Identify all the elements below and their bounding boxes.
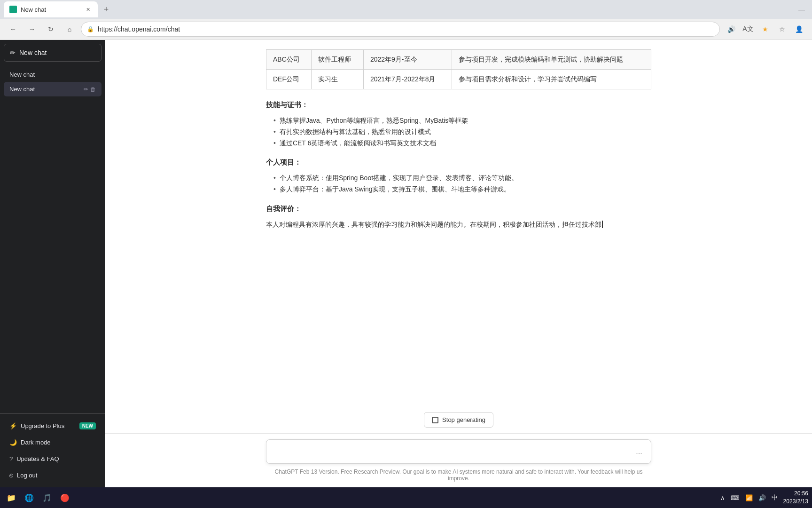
forward-button[interactable]: →	[24, 22, 39, 37]
files-icon: 📁	[7, 493, 16, 502]
app-icon: 🔴	[60, 493, 70, 502]
favorites-icon[interactable]: ★	[757, 22, 773, 37]
edit-icon[interactable]: ✏	[84, 86, 88, 93]
sidebar-updates-button[interactable]: ? Updates & FAQ	[4, 451, 102, 467]
dark-mode-icon: 🌙	[9, 439, 17, 446]
browser-tab[interactable]: New chat ✕	[4, 1, 98, 17]
back-button[interactable]: ←	[6, 22, 21, 37]
updates-icon: ?	[9, 455, 13, 462]
project-2: 多人博弈平台：基于Java Swing实现，支持五子棋、围棋、斗地主等多种游戏。	[280, 184, 511, 195]
sidebar-darkmode-button[interactable]: 🌙 Dark mode	[4, 434, 102, 451]
footer-text: ChatGPT Feb 13 Version. Free Research Pr…	[266, 466, 651, 484]
projects-list: 个人博客系统：使用Spring Boot搭建，实现了用户登录、发表博客、评论等功…	[266, 173, 651, 195]
lock-icon: 🔒	[87, 26, 94, 32]
cursor	[602, 221, 603, 228]
sidebar-logout-button[interactable]: ⎋ Log out	[4, 467, 102, 484]
skill-2: 有扎实的数据结构与算法基础，熟悉常用的设计模式	[280, 127, 431, 138]
url-text: https://chat.openai.com/chat	[98, 25, 714, 33]
list-item: 有扎实的数据结构与算法基础，熟悉常用的设计模式	[266, 127, 651, 138]
new-tab-button[interactable]: +	[100, 3, 113, 16]
tray-lang-icon[interactable]: 中	[770, 492, 780, 503]
desc-cell: 参与项目需求分析和设计，学习并尝试代码编写	[452, 70, 651, 89]
sidebar-upgrade-button[interactable]: ⚡ Upgrade to Plus NEW	[4, 418, 102, 434]
chat-area: ABC公司 软件工程师 2022年9月-至今 参与项目开发，完成模块编码和单元测…	[105, 40, 812, 406]
input-more-button[interactable]: ···	[632, 447, 646, 460]
sidebar-conversations: New chat New chat ✏ 🗑	[0, 65, 105, 413]
profile-icon[interactable]: 👤	[791, 22, 806, 37]
project-1: 个人博客系统：使用Spring Boot搭建，实现了用户登录、发表博客、评论等功…	[280, 173, 518, 184]
taskbar-start: 📁 🌐 🎵 🔴	[4, 490, 72, 505]
more-icon: ···	[636, 449, 642, 458]
self-eval-text: 本人对编程具有浓厚的兴趣，具有较强的学习能力和解决问题的能力。在校期间，积极参加…	[266, 219, 651, 230]
toolbar-icons: 🔊 A文 ★ ☆ 👤	[724, 22, 806, 37]
tray-network-icon[interactable]: 📶	[743, 493, 755, 502]
logout-label: Log out	[17, 472, 37, 479]
stop-btn-container: Stop generating	[105, 406, 812, 433]
tray-volume-icon[interactable]: 🔊	[757, 493, 768, 502]
home-button[interactable]: ⌂	[62, 22, 77, 37]
new-chat-button[interactable]: ✏ New chat	[4, 44, 102, 62]
skills-title: 技能与证书：	[266, 101, 651, 110]
stop-label: Stop generating	[442, 416, 485, 423]
taskbar-files-icon[interactable]: 📁	[4, 490, 19, 505]
address-bar: ← → ↻ ⌂ 🔒 https://chat.openai.com/chat 🔊…	[0, 19, 812, 40]
desc-cell: 参与项目开发，完成模块编码和单元测试，协助解决问题	[452, 50, 651, 70]
sidebar-chat1-label: New chat	[9, 71, 96, 78]
skills-list: 熟练掌握Java、Python等编程语言，熟悉Spring、MyBatis等框架…	[266, 115, 651, 149]
collections-icon[interactable]: ☆	[774, 22, 789, 37]
read-aloud-icon[interactable]: 🔊	[724, 22, 739, 37]
skill-1: 熟练掌握Java、Python等编程语言，熟悉Spring、MyBatis等框架	[280, 115, 468, 127]
sidebar-chat2-icons: ✏ 🗑	[84, 86, 96, 93]
tray-expand-icon[interactable]: ∧	[718, 493, 727, 502]
taskbar-music-icon[interactable]: 🎵	[39, 490, 55, 505]
new-chat-icon: ✏	[10, 49, 16, 56]
translate-icon[interactable]: A文	[741, 22, 756, 37]
sidebar-item-chat1[interactable]: New chat	[4, 67, 102, 82]
content-block: ABC公司 软件工程师 2022年9月-至今 参与项目开发，完成模块编码和单元测…	[247, 40, 670, 240]
taskbar-app-icon[interactable]: 🔴	[57, 490, 72, 505]
period-cell: 2021年7月-2022年8月	[363, 70, 452, 89]
taskbar-browser-icon[interactable]: 🌐	[22, 490, 37, 505]
self-eval-content: 本人对编程具有浓厚的兴趣，具有较强的学习能力和解决问题的能力。在校期间，积极参加…	[266, 221, 601, 228]
chat-input[interactable]	[266, 439, 651, 464]
tray-icons: ∧ ⌨ 📶 🔊 中	[718, 492, 780, 503]
new-chat-label: New chat	[19, 49, 47, 56]
tab-bar: New chat ✕ + —	[0, 0, 812, 19]
company-cell: ABC公司	[266, 50, 312, 70]
music-icon: 🎵	[42, 493, 52, 502]
position-cell: 实习生	[312, 70, 364, 89]
skill-3: 通过CET 6英语考试，能流畅阅读和书写英文技术文档	[280, 138, 436, 149]
darkmode-label: Dark mode	[21, 439, 51, 446]
self-eval-title: 自我评价：	[266, 205, 651, 214]
list-item: 个人博客系统：使用Spring Boot搭建，实现了用户登录、发表博客、评论等功…	[266, 173, 651, 184]
tray-time: 20:56	[783, 490, 808, 498]
stop-icon	[432, 417, 438, 423]
refresh-button[interactable]: ↻	[43, 22, 58, 37]
taskbar-tray: ∧ ⌨ 📶 🔊 中 20:56 2023/2/13	[718, 490, 808, 506]
main-content: ABC公司 软件工程师 2022年9月-至今 参与项目开发，完成模块编码和单元测…	[105, 40, 812, 487]
list-item: 熟练掌握Java、Python等编程语言，熟悉Spring、MyBatis等框架	[266, 115, 651, 127]
app-layout: ✏ New chat New chat New chat ✏ 🗑 ⚡ Upgra…	[0, 40, 812, 487]
upgrade-label: Upgrade to Plus	[21, 422, 64, 429]
input-box: ···	[266, 439, 651, 466]
upgrade-icon: ⚡	[9, 422, 17, 429]
new-badge: NEW	[79, 422, 96, 429]
sidebar-chat2-label: New chat	[9, 86, 82, 93]
resume-table: ABC公司 软件工程师 2022年9月-至今 参与项目开发，完成模块编码和单元测…	[266, 49, 651, 89]
tab-favicon	[9, 6, 17, 13]
tab-close-button[interactable]: ✕	[84, 5, 92, 14]
logout-icon: ⎋	[9, 472, 13, 479]
minimize-button[interactable]: —	[795, 3, 808, 16]
browser-icon: 🌐	[24, 493, 34, 502]
stop-generating-button[interactable]: Stop generating	[424, 412, 493, 428]
tray-keyboard-icon[interactable]: ⌨	[729, 493, 742, 502]
url-bar[interactable]: 🔒 https://chat.openai.com/chat	[81, 22, 720, 37]
input-area: ··· ChatGPT Feb 13 Version. Free Researc…	[105, 433, 812, 487]
browser-chrome: New chat ✕ + — ← → ↻ ⌂ 🔒 https://chat.op…	[0, 0, 812, 40]
tray-date: 2023/2/13	[783, 498, 808, 506]
tray-clock[interactable]: 20:56 2023/2/13	[783, 490, 808, 506]
delete-icon[interactable]: 🗑	[90, 86, 96, 93]
sidebar-bottom: ⚡ Upgrade to Plus NEW 🌙 Dark mode ? Upda…	[0, 413, 105, 487]
sidebar-item-chat2[interactable]: New chat ✏ 🗑	[4, 82, 102, 96]
company-cell: DEF公司	[266, 70, 312, 89]
